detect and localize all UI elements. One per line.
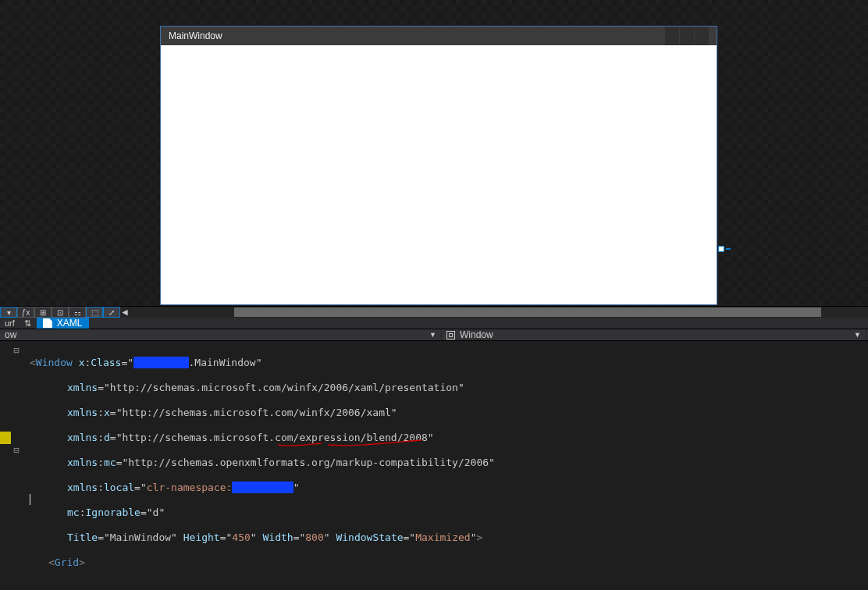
chevron-down-icon: ▼ bbox=[423, 331, 436, 339]
breadcrumb-scope[interactable]: ow ▼ bbox=[0, 329, 442, 340]
preview-titlebar: MainWindow bbox=[161, 27, 717, 45]
document-icon bbox=[43, 318, 52, 328]
split-view-tabs: urf ⇅ XAML bbox=[0, 318, 868, 329]
grid-snap-button[interactable]: ⊞ bbox=[34, 307, 52, 318]
scrollbar-thumb[interactable] bbox=[234, 307, 821, 317]
breadcrumb-scope-label: ow bbox=[5, 329, 16, 340]
xaml-designer-surface[interactable]: MainWindow bbox=[0, 0, 868, 306]
resize-adorner-line bbox=[726, 248, 731, 250]
preview-client-area[interactable] bbox=[163, 45, 714, 302]
scroll-left-icon[interactable]: ◄ bbox=[120, 307, 130, 318]
preview-title: MainWindow bbox=[169, 30, 222, 41]
fit-all-button[interactable]: ⬚ bbox=[86, 307, 103, 318]
designer-horizontal-scrollbar[interactable] bbox=[142, 307, 862, 317]
toggle-artboard-button[interactable]: ⤢ bbox=[103, 307, 120, 318]
redacted-text: XXXXXXXXX bbox=[133, 357, 188, 368]
designer-toolbar: ▾ ƒx ⊞ ⊡ ⚏ ⬚ ⤢ ◄ bbox=[0, 306, 868, 318]
text-caret bbox=[30, 494, 30, 505]
breakpoint-marker[interactable] bbox=[0, 432, 11, 444]
xaml-tab-label: XAML bbox=[57, 318, 83, 329]
design-tab[interactable]: urf bbox=[0, 318, 20, 329]
swap-panes-button[interactable]: ⇅ bbox=[20, 318, 37, 329]
xaml-tab[interactable]: XAML bbox=[37, 318, 89, 329]
breadcrumb-element-label: Window bbox=[460, 329, 493, 340]
preview-minimize-icon bbox=[665, 27, 679, 45]
zoom-dropdown[interactable]: ▾ bbox=[0, 307, 17, 318]
outlining-gutter: ⊟ · · · · · · · ⊟ bbox=[11, 344, 27, 457]
xaml-navigation-bar: ow ▼ Window ▼ bbox=[0, 329, 868, 341]
preview-window[interactable]: MainWindow bbox=[160, 26, 717, 305]
breadcrumb-element[interactable]: Window ▼ bbox=[442, 329, 866, 340]
preview-close-icon bbox=[695, 27, 709, 45]
redacted-text: XXXXXXXXXX bbox=[232, 482, 293, 493]
xaml-code-editor[interactable]: ⊟ · · · · · · · ⊟ <Window x:Class="XXXXX… bbox=[0, 341, 868, 590]
fold-toggle[interactable]: ⊟ bbox=[11, 444, 22, 457]
resize-adorner-icon[interactable] bbox=[718, 246, 724, 252]
snaplines-button[interactable]: ⊡ bbox=[52, 307, 69, 318]
effects-button[interactable]: ƒx bbox=[17, 307, 34, 318]
preview-maximize-icon bbox=[680, 27, 694, 45]
fold-toggle[interactable]: ⊟ bbox=[11, 344, 22, 357]
gridlines-button[interactable]: ⚏ bbox=[69, 307, 86, 318]
chevron-down-icon: ▼ bbox=[848, 331, 861, 339]
code-body[interactable]: <Window x:Class="XXXXXXXXX.MainWindow" x… bbox=[30, 344, 868, 590]
element-icon bbox=[446, 331, 455, 339]
